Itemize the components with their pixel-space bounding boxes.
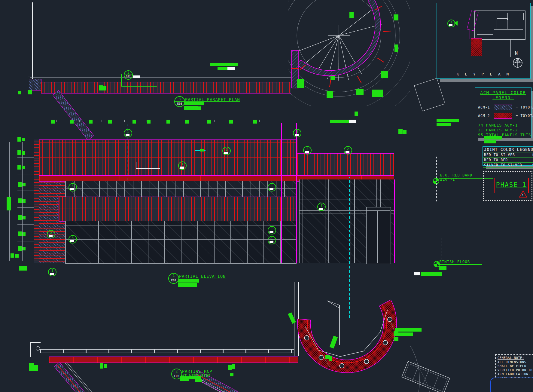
acm1-upper-band: [39, 139, 297, 176]
pier-strip: [296, 123, 297, 263]
phase-label: PHASE 1: [495, 181, 528, 188]
roof-outline: [414, 78, 445, 111]
key-plan-drawing: [465, 11, 525, 56]
dim-text-block: [403, 130, 407, 134]
dim-text-block: [484, 140, 496, 143]
dim-text-block: [23, 199, 26, 203]
detail-marker: 1: [124, 129, 132, 137]
dim-text-block: [23, 183, 26, 186]
curtainwall-mullion: [299, 197, 394, 200]
dim-text-block: [100, 363, 103, 369]
entry-door: [366, 207, 391, 264]
callout-sheet: E03: [175, 102, 184, 106]
cad-drawing-canvas[interactable]: 2 D12 3 E03 PARTIAL PARAPET PLAN: [0, 0, 533, 392]
callout-sheet: E03: [172, 374, 181, 378]
wall-line: [28, 76, 32, 76]
joint-legend-row: RED TO RED RED: [483, 157, 533, 162]
dim-text-block: [297, 79, 304, 88]
storefront-transom: [65, 225, 297, 225]
dim-text-block: [196, 106, 201, 110]
entry-door-rail: [367, 210, 390, 211]
dim-text-block: [22, 138, 25, 141]
acm2-name: = TOYOTA RED: [516, 114, 533, 118]
dim-chip: [414, 272, 420, 275]
dim-text-block: [381, 71, 388, 78]
dim-text-block: [207, 120, 211, 124]
rcp-corner: [30, 342, 31, 357]
revision-number: 1: [522, 194, 523, 197]
dim-text-block: [23, 232, 26, 236]
detail-marker: 2: [222, 147, 231, 155]
leader-line: [121, 86, 157, 87]
dim-text-block: [253, 120, 257, 124]
dim-text-block: [70, 120, 74, 124]
centerline: [349, 177, 350, 318]
dim-text-block: [210, 63, 238, 66]
acm-joint: [39, 157, 297, 158]
grid-dash-line: [441, 237, 441, 263]
dim-text-block: [18, 182, 22, 187]
phase-cloud: PHASE 1 1: [483, 171, 532, 201]
dim-text-block: [189, 376, 201, 379]
wall-line: [32, 2, 33, 81]
acm1-swatch: [494, 105, 512, 110]
detail-marker: 3: [69, 235, 77, 243]
acm1-upper-band-right: [297, 153, 394, 176]
key-plan-title: K E Y P L A N: [437, 72, 530, 76]
dim-text-block: [22, 151, 25, 155]
dim-text-block: [232, 364, 235, 369]
parapet-diagonal: [53, 90, 94, 140]
dim-text-block: [17, 150, 21, 155]
rcp-column-circle: [36, 346, 40, 351]
elevation-callout: 1 E03: [168, 273, 179, 284]
dim-text-block: [132, 120, 136, 124]
dim-text-block: [19, 266, 27, 271]
dim-text-block: [394, 14, 398, 20]
dim-text-block: [15, 254, 19, 258]
dim-chip: [349, 120, 356, 123]
acm1-name: = TOYOTA SILVER: [516, 105, 533, 109]
detail-marker: 2: [47, 230, 55, 238]
joint-legend-row: SILVER TO SILVER SILVER: [483, 162, 533, 168]
dim-text-block: [439, 266, 446, 270]
dim-text-block: [17, 165, 21, 170]
acm-legend-row: ACM-1 = TOYOTA SILVER: [478, 105, 531, 110]
acm1-code: ACM-1: [478, 105, 490, 109]
dim-text-block: [184, 102, 204, 105]
north-arrow-icon: [511, 57, 524, 69]
dim-text-block: [349, 12, 354, 18]
dim-text-block: [17, 137, 21, 142]
callout-number: 3: [175, 97, 184, 102]
dim-text-block: [103, 86, 106, 90]
dim-text-block: [185, 120, 189, 124]
red-band-label: B.O. RED BAND±20'-1": [440, 173, 472, 182]
dim-text-block: [355, 112, 358, 116]
detail-marker: 1: [317, 203, 326, 211]
dim-text-block: [327, 91, 333, 98]
storefront-glazing: [65, 221, 297, 264]
dim-text-block: [147, 120, 151, 124]
dim-text-block: [356, 89, 364, 95]
dim-text-block: [229, 120, 233, 124]
detail-marker: 1: [268, 226, 276, 234]
dim-line: [30, 77, 291, 78]
rcp-fascia-rail: [40, 349, 294, 353]
dim-text-block: [23, 216, 26, 219]
tower-plan: [288, 0, 410, 106]
acm-legend-row: ACM-2 = TOYOTA RED: [478, 113, 531, 119]
dim-text-block: [395, 332, 413, 336]
finish-floor-underline: [438, 264, 482, 265]
window-strip: [65, 181, 297, 197]
dim-text-block: [7, 197, 11, 210]
dim-text-block: [394, 44, 398, 52]
dim-text-block: [398, 129, 403, 134]
rcp-corner: [30, 342, 41, 343]
glass-elbow: [136, 162, 136, 169]
dim-text-block: [108, 120, 112, 124]
storefront-transom: [65, 239, 297, 240]
acm-joint: [39, 156, 297, 156]
dim-text-block: [330, 120, 349, 123]
acm-legend-title: ACM PANEL COLORLEGEND:: [475, 90, 531, 100]
detail-marker: 1: [268, 183, 276, 191]
dim-text-block: [22, 166, 25, 169]
